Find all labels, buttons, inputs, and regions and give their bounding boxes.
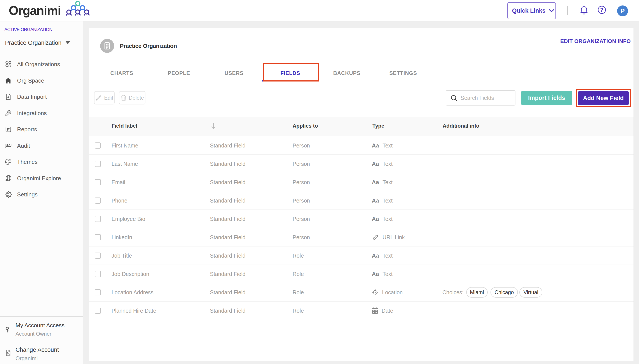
svg-text:?: ? [600, 7, 603, 13]
